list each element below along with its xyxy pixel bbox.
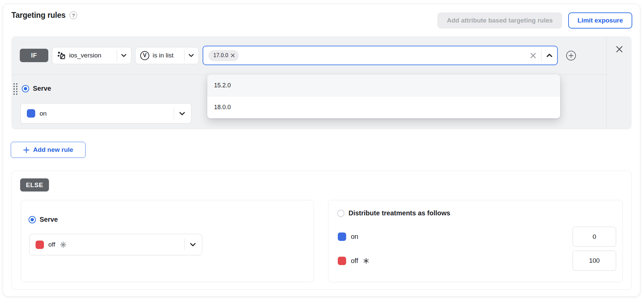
- distribution-row: off: [338, 251, 616, 271]
- chip-remove-icon[interactable]: [231, 53, 235, 57]
- tag-input-controls: [530, 49, 553, 62]
- distribute-title-row: Distribute treatments as follows: [337, 209, 450, 217]
- chevron-down-icon: [189, 241, 197, 248]
- matcher-select-value: is in list: [153, 52, 173, 59]
- drag-handle-icon[interactable]: [13, 82, 18, 95]
- add-attribute-rules-button[interactable]: Add attribute based targeting rules: [437, 12, 562, 29]
- rule-delete-column: [606, 36, 632, 129]
- else-treatment-value: off: [48, 241, 55, 248]
- treatment-percent-input[interactable]: [573, 227, 616, 247]
- add-new-rule-button[interactable]: Add new rule: [11, 142, 86, 158]
- attribute-icon: [57, 51, 66, 60]
- distribution-treatment-name: on: [351, 233, 358, 241]
- add-condition-button[interactable]: [566, 50, 576, 61]
- else-serve-label: Serve: [40, 216, 58, 223]
- rule-treatment-select[interactable]: on: [20, 103, 192, 124]
- else-container: ELSE Serve off Distr: [11, 171, 632, 290]
- distribute-radio[interactable]: [337, 210, 344, 217]
- values-multiselect-input[interactable]: 17.0.0: [203, 46, 558, 65]
- distribution-treatment-name: off: [351, 257, 358, 265]
- default-treatment-icon: [363, 258, 369, 264]
- help-icon[interactable]: ?: [69, 11, 77, 19]
- select-divider: [117, 50, 117, 61]
- targeting-rules-card: Targeting rules ? Add attribute based ta…: [3, 4, 640, 297]
- treatment-on-swatch: [338, 232, 346, 241]
- select-divider: [174, 108, 174, 119]
- select-divider: [184, 239, 185, 250]
- values-dropdown-panel: 15.2.0 18.0.0: [207, 75, 560, 118]
- serve-radio[interactable]: [22, 85, 29, 92]
- distribute-card: Distribute treatments as follows on off: [328, 200, 623, 282]
- else-badge: ELSE: [20, 178, 49, 191]
- matcher-version-icon: V: [140, 51, 149, 60]
- chevron-up-icon[interactable]: [546, 52, 553, 59]
- serve-label: Serve: [33, 85, 51, 92]
- delete-rule-icon[interactable]: [615, 45, 624, 53]
- else-treatment-select[interactable]: off: [29, 234, 202, 255]
- plus-icon: [23, 147, 30, 153]
- if-badge: IF: [20, 49, 48, 62]
- page-title: Targeting rules ?: [11, 11, 77, 20]
- value-option[interactable]: 18.0.0: [207, 96, 560, 118]
- attribute-select[interactable]: ios_version: [52, 47, 131, 64]
- treatment-off-swatch: [338, 257, 346, 265]
- chevron-down-icon: [188, 52, 195, 59]
- rule-treatment-value: on: [40, 110, 47, 117]
- attribute-select-value: ios_version: [69, 52, 101, 59]
- header-buttons: Add attribute based targeting rules Limi…: [437, 12, 632, 29]
- select-divider: [184, 50, 184, 61]
- else-serve-radio[interactable]: [29, 216, 36, 223]
- value-option[interactable]: 15.2.0: [207, 75, 560, 96]
- else-serve-row: Serve: [29, 216, 58, 223]
- matcher-select[interactable]: V is in list: [135, 47, 199, 64]
- chevron-down-icon: [178, 110, 186, 117]
- add-new-rule-label: Add new rule: [33, 146, 73, 154]
- distribute-label: Distribute treatments as follows: [348, 209, 450, 217]
- rule-condition-row: IF ios_version: [11, 36, 606, 75]
- limit-exposure-button[interactable]: Limit exposure: [568, 12, 632, 29]
- value-chip: 17.0.0: [208, 50, 239, 61]
- else-serve-card: Serve off: [21, 200, 314, 282]
- treatment-off-swatch: [36, 241, 44, 249]
- distribution-row: on: [338, 227, 616, 247]
- page-title-text: Targeting rules: [11, 11, 65, 20]
- treatment-on-swatch: [27, 109, 35, 118]
- clear-values-icon[interactable]: [530, 52, 537, 59]
- treatment-percent-input[interactable]: [573, 251, 616, 271]
- default-treatment-icon: [60, 241, 67, 248]
- tag-input-divider: [541, 49, 541, 62]
- chevron-down-icon: [120, 52, 127, 59]
- value-chip-text: 17.0.0: [213, 52, 228, 58]
